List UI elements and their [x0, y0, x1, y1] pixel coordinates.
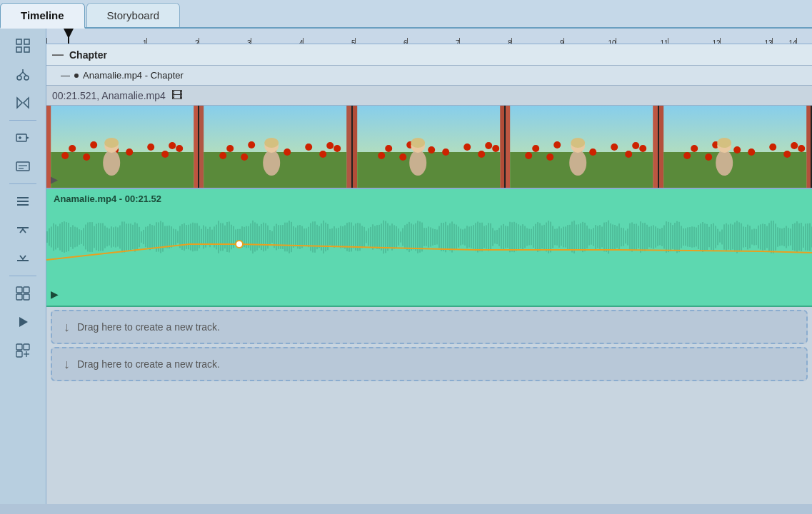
- svg-point-107: [717, 138, 731, 148]
- svg-point-84: [632, 142, 639, 149]
- svg-point-74: [492, 145, 499, 152]
- ruler-label: 7: [456, 39, 460, 44]
- playhead[interactable]: [68, 29, 69, 44]
- audio-track-play-icon: ▶: [51, 288, 59, 300]
- ruler-label: 5: [351, 39, 356, 44]
- split-tool-button[interactable]: [9, 90, 37, 116]
- svg-point-97: [733, 146, 741, 153]
- svg-point-39: [169, 142, 176, 149]
- chapter-row: — Chapter: [46, 44, 812, 66]
- drop-zone-1[interactable]: ↓ Drag here to create a new track.: [51, 310, 808, 344]
- move-track-down-button[interactable]: [9, 246, 37, 271]
- ruler-label: 4: [299, 39, 304, 44]
- track-settings-button[interactable]: [9, 188, 37, 214]
- add-video-track-icon: [15, 130, 31, 146]
- svg-point-54: [327, 142, 334, 149]
- audio-track: Anamalie.mp4 - 00:21.52 ▶: [46, 189, 812, 307]
- svg-point-56: [284, 148, 291, 156]
- grid-icon: [15, 38, 31, 54]
- play-button[interactable]: [9, 309, 37, 335]
- audio-track-label: Anamalie.mp4 - 00:21.52: [46, 189, 812, 206]
- main-container: 0 min1234567891011121314 — Chapter — Ana…: [0, 29, 812, 504]
- volume-envelope: [46, 208, 812, 266]
- subchapter-row: — Anamalie.mp4 - Chapter: [46, 66, 812, 86]
- svg-rect-30: [16, 351, 22, 357]
- timestamp-label: 00:21.521, Anamalie.mp4: [52, 90, 166, 101]
- svg-point-73: [399, 153, 406, 161]
- move-track-up-button[interactable]: [9, 217, 37, 243]
- ruler[interactable]: 0 min1234567891011121314: [46, 29, 812, 44]
- svg-point-89: [639, 145, 646, 152]
- ruler-label: 8: [508, 39, 512, 44]
- svg-point-51: [249, 141, 256, 148]
- svg-point-77: [411, 138, 425, 148]
- trim-tool-button[interactable]: [9, 61, 37, 87]
- svg-point-103: [705, 153, 712, 161]
- svg-rect-3: [24, 47, 29, 52]
- svg-point-70: [378, 152, 385, 159]
- svg-point-87: [625, 151, 632, 158]
- track-settings-icon: [15, 193, 31, 209]
- svg-point-92: [571, 138, 585, 148]
- svg-rect-29: [24, 344, 29, 350]
- tracks-container[interactable]: — Chapter — Anamalie.mp4 - Chapter 00:21…: [46, 44, 812, 504]
- subchapter-dash: —: [61, 70, 70, 81]
- svg-point-88: [546, 153, 553, 161]
- svg-point-72: [478, 151, 485, 158]
- scissors-icon: [15, 66, 31, 82]
- keyframe-button[interactable]: [9, 338, 37, 363]
- svg-point-105: [716, 150, 733, 176]
- svg-rect-2: [16, 47, 21, 52]
- svg-rect-0: [16, 39, 21, 44]
- toolbar-sep-2: [9, 183, 36, 184]
- ruler-label: 10: [608, 39, 616, 44]
- drop-label-2: Drag here to create a new track.: [77, 358, 220, 370]
- video-track: 00:21.521, Anamalie.mp4 🎞 ▶: [46, 86, 812, 189]
- svg-marker-27: [19, 317, 28, 327]
- add-video-track-button[interactable]: [9, 125, 37, 151]
- film-frame: [353, 106, 506, 188]
- svg-point-101: [748, 148, 755, 156]
- select-tool-button[interactable]: [9, 33, 37, 59]
- svg-point-45: [103, 150, 120, 176]
- svg-marker-12: [26, 136, 29, 139]
- toolbar: [0, 29, 46, 504]
- svg-point-104: [798, 145, 805, 152]
- ruler-label: 11: [660, 39, 668, 44]
- svg-rect-26: [24, 294, 29, 300]
- svg-rect-23: [16, 287, 22, 293]
- svg-point-69: [485, 142, 492, 149]
- svg-point-57: [320, 151, 327, 158]
- subchapter-label: Anamalie.mp4 - Chapter: [83, 70, 184, 81]
- ruler-label: 3: [247, 39, 251, 44]
- subchapter-dot: [74, 74, 79, 78]
- film-frame: [659, 106, 812, 188]
- multicam-icon: [15, 286, 31, 301]
- svg-point-65: [385, 145, 392, 152]
- svg-point-62: [265, 138, 279, 148]
- video-track-header: 00:21.521, Anamalie.mp4 🎞: [46, 86, 812, 106]
- ruler-label: 2: [195, 39, 199, 44]
- tab-storyboard[interactable]: Storyboard: [86, 3, 180, 27]
- svg-point-35: [69, 145, 76, 152]
- svg-point-50: [227, 145, 234, 152]
- ruler-label: 0 min: [46, 39, 47, 44]
- svg-point-53: [306, 143, 313, 151]
- svg-point-95: [691, 145, 698, 152]
- multicam-button[interactable]: [9, 281, 37, 306]
- svg-point-55: [220, 152, 227, 159]
- svg-point-38: [147, 143, 154, 151]
- envelope-keyframe[interactable]: [236, 241, 243, 248]
- svg-rect-28: [16, 344, 22, 350]
- tab-bar: Timeline Storyboard: [0, 0, 812, 29]
- film-frame: [199, 106, 352, 188]
- svg-marker-9: [17, 98, 22, 108]
- svg-point-58: [241, 153, 249, 161]
- add-subtitle-track-button[interactable]: [9, 153, 37, 179]
- keyframe-icon: [15, 343, 31, 358]
- film-icon: 🎞: [171, 89, 183, 102]
- drop-zone-2[interactable]: ↓ Drag here to create a new track.: [51, 347, 808, 381]
- drop-arrow-1: ↓: [64, 320, 70, 335]
- tab-timeline[interactable]: Timeline: [0, 3, 85, 29]
- svg-rect-25: [16, 294, 22, 300]
